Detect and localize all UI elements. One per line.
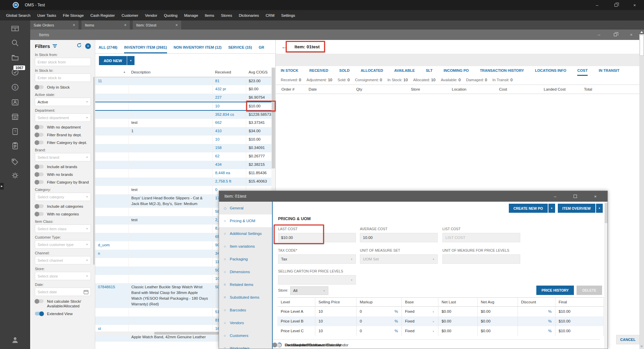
filter-input[interactable]: Select store ▼	[35, 272, 91, 280]
item-panel-tab[interactable]: IN STOCK	[281, 68, 298, 76]
store-select[interactable]: All▼	[290, 286, 328, 295]
menu-item[interactable]: Manage	[181, 10, 202, 20]
filter-funnel-icon[interactable]	[53, 44, 57, 48]
table-row[interactable]: 10 $10.00	[95, 136, 271, 144]
scrollbar-thumb[interactable]	[640, 35, 644, 56]
table-row[interactable]: 434 $2.38215	[95, 161, 271, 169]
scroll-up-arrow[interactable]	[639, 30, 644, 34]
table-row[interactable]: 10 $10.00	[95, 102, 271, 110]
item-type-tab[interactable]: GR	[259, 45, 264, 53]
menu-item[interactable]: Stores	[218, 10, 235, 20]
tax-code-select[interactable]: Tax▼	[278, 254, 356, 264]
base-select-cell[interactable]: Fixed▼	[401, 326, 438, 336]
menu-item[interactable]: File Storage	[60, 10, 87, 20]
column-received[interactable]: Received	[212, 67, 246, 77]
toggle-switch[interactable]	[35, 312, 44, 315]
markup-cell[interactable]: 0%	[356, 326, 401, 336]
filter-input[interactable]: Enter stock to ▼	[35, 73, 91, 82]
tab-close-icon[interactable]: ×	[175, 23, 178, 28]
item-type-tab[interactable]: SERVICE (15)	[228, 45, 252, 53]
filter-input[interactable]: Select item class ▼	[35, 225, 91, 233]
orders-clipboard-icon[interactable]	[11, 142, 19, 150]
price-history-button[interactable]: PRICE HISTORY	[536, 286, 574, 295]
modal-nav-item[interactable]: ○ Customers	[219, 329, 272, 342]
item-type-tab[interactable]: ALL (2748)	[99, 45, 117, 53]
cost-column-header[interactable]: Order #	[281, 87, 309, 91]
window-close-button[interactable]: ×	[625, 0, 644, 10]
search-icon[interactable]	[11, 39, 19, 47]
filter-input[interactable]: Select date ▼	[35, 288, 91, 296]
menu-item[interactable]: Global Search	[3, 10, 34, 20]
item-panel-tab[interactable]: AVAILABLE	[394, 68, 415, 76]
modal-nav-item[interactable]: = Workorders	[219, 342, 272, 349]
toggle-switch[interactable]	[35, 172, 44, 176]
discount-cell[interactable]: %	[518, 326, 555, 336]
column-description[interactable]: Description	[128, 67, 212, 77]
toggle-switch[interactable]	[35, 180, 44, 184]
filter-input[interactable]: Select department ▼	[35, 113, 91, 122]
discount-cell[interactable]: %	[518, 316, 555, 326]
create-po-dropdown-arrow[interactable]: ▼	[548, 204, 555, 213]
selling-carton-select[interactable]: ▼	[278, 275, 356, 285]
toggle-switch[interactable]	[35, 85, 44, 89]
refresh-icon[interactable]	[76, 43, 82, 49]
window-restore-button[interactable]	[606, 0, 625, 10]
toggle-switch[interactable]	[35, 212, 44, 216]
filter-input[interactable]: Active ▼	[35, 98, 91, 106]
uom-set-select[interactable]: UOM Set▼	[360, 254, 438, 264]
back-arrow-icon[interactable]: ←	[281, 44, 287, 50]
cost-column-header[interactable]: Qty	[356, 87, 411, 91]
menu-item[interactable]: Cash Register	[87, 10, 118, 20]
table-row[interactable]: 352.834 cs $1228.58573	[95, 110, 271, 119]
modal-nav-item[interactable]: ◇ General	[219, 202, 272, 214]
item-panel-tab[interactable]: RECEIVED	[309, 68, 328, 76]
average-cost-field[interactable]: 10.00	[360, 233, 438, 242]
selling-price-cell[interactable]: 10	[315, 307, 356, 316]
table-row[interactable]: 432 pr $0.00	[95, 85, 271, 94]
sort-ascending-icon[interactable]: ▲	[95, 67, 128, 77]
toggle-switch[interactable]	[35, 133, 44, 137]
table-row[interactable]: 227 $6.90754	[95, 94, 271, 102]
discount-cell[interactable]: %	[518, 307, 555, 316]
item-panel-tab[interactable]: INCOMING PO	[443, 68, 469, 76]
toggle-switch[interactable]	[35, 299, 44, 303]
tab-close-icon[interactable]: ×	[73, 23, 75, 28]
filter-input[interactable]: Select brand ▼	[35, 153, 91, 161]
item-type-tab[interactable]: NON INVENTORY ITEM (12)	[174, 45, 222, 53]
toggle-switch[interactable]	[273, 343, 281, 347]
scroll-down-arrow[interactable]	[640, 346, 643, 347]
toggle-switch[interactable]	[35, 125, 44, 129]
modal-nav-item[interactable]: ○ Item variations	[219, 240, 272, 253]
markup-cell[interactable]: 0%	[356, 316, 401, 326]
menu-item[interactable]: Items	[202, 10, 218, 20]
create-new-po-button[interactable]: CREATE NEW PO	[509, 204, 548, 213]
table-row[interactable]: test 662 $3.37341	[95, 119, 271, 127]
modal-close-button[interactable]: ×	[593, 194, 598, 199]
filter-input[interactable]: Select channel ▼	[35, 256, 91, 264]
menu-item[interactable]: Settings	[278, 10, 299, 20]
modal-scrollbar[interactable]	[604, 202, 608, 349]
document-tab[interactable]: Items ×	[82, 20, 130, 30]
item-overview-dropdown-arrow[interactable]: ▼	[596, 204, 603, 213]
inner-close-button[interactable]: ×	[627, 32, 635, 37]
item-panel-tab[interactable]: LOCATIONS INFO	[535, 68, 566, 76]
cost-column-header[interactable]: Store	[411, 87, 452, 91]
dashboard-icon[interactable]	[11, 24, 19, 33]
filters-close-icon[interactable]: ×	[85, 43, 91, 49]
base-select-cell[interactable]: Fixed▼	[401, 316, 438, 326]
table-row[interactable]: 8,448 ea $11.85436	[95, 169, 271, 178]
modal-nav-item[interactable]: ○ Vendors	[219, 316, 272, 329]
item-panel-tab[interactable]: TRANSACTION HISTORY	[480, 68, 524, 76]
item-panel-tab[interactable]: COST	[577, 68, 588, 76]
filter-input[interactable]: Select category ▼	[35, 193, 91, 201]
cancel-button[interactable]: CANCEL	[616, 335, 640, 344]
cost-column-header[interactable]: Location	[452, 87, 499, 91]
panel-expander-arrow[interactable]: ▶	[0, 183, 4, 190]
toggle-switch[interactable]	[35, 141, 44, 144]
selling-price-cell[interactable]: 10	[315, 326, 356, 336]
window-vertical-scrollbar[interactable]	[639, 30, 644, 349]
menu-item[interactable]: User Tasks	[34, 10, 60, 20]
toggle-switch[interactable]	[35, 165, 44, 168]
modal-nav-item[interactable]: ○ Pricing & UOM	[219, 214, 272, 227]
filter-input[interactable]: Select customer type ▼	[35, 240, 91, 249]
